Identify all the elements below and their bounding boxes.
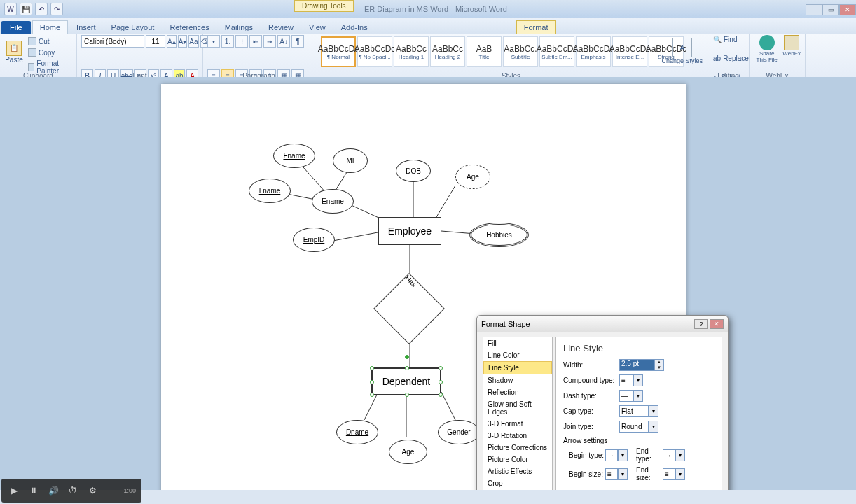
grow-font-button[interactable]: A▴ [167,35,177,48]
decrease-indent-button[interactable]: ⇤ [249,35,262,48]
style-subtitle[interactable]: AaBbCc.Subtitle [503,36,538,67]
change-case-button[interactable]: Aa [188,35,198,48]
category-reflection[interactable]: Reflection [483,386,552,398]
style-heading-2[interactable]: AaBbCcHeading 2 [430,36,465,67]
attr-lname[interactable]: Lname [249,178,291,203]
undo-icon[interactable]: ↶ [35,3,48,15]
restore-button[interactable]: ▭ [822,4,839,15]
attr-gender[interactable]: Gender [438,420,480,444]
attr-mi[interactable]: MI [333,148,368,173]
cut-button[interactable]: Cut [27,36,72,46]
style-emphasis[interactable]: AaBbCcDcEmphasis [576,36,611,67]
style-subtle-em-[interactable]: AaBbCcDcSubtle Em... [539,36,574,67]
relationship-has[interactable]: Has [384,284,434,334]
font-size-combo[interactable] [146,35,165,48]
cap-dropdown-arrow[interactable]: ▾ [649,405,658,417]
category-artistic-effects[interactable]: Artistic Effects [483,465,552,477]
attr-fname[interactable]: Fname [273,144,315,168]
paste-label: Paste [5,56,23,64]
pause-icon[interactable]: ⏸ [27,484,41,498]
category-glow-and-soft-edges[interactable]: Glow and Soft Edges [483,398,552,418]
dialog-close-icon[interactable]: ✕ [710,319,724,329]
end-type-dropdown[interactable]: → [663,449,675,461]
tab-home[interactable]: Home [32,20,68,34]
attr-dob[interactable]: DOB [396,160,431,182]
svg-line-5 [434,186,455,220]
end-size-dropdown[interactable]: ≡ [663,468,675,480]
redo-icon[interactable]: ↷ [50,3,63,15]
tab-addins[interactable]: Add-Ins [334,21,375,34]
join-dropdown[interactable]: Round [619,421,649,433]
tab-mailings[interactable]: Mailings [218,21,260,34]
change-styles-button[interactable]: A [672,38,692,57]
entity-dependent[interactable]: Dependent [371,368,441,396]
category-picture-corrections[interactable]: Picture Corrections [483,442,552,454]
numbering-button[interactable]: 1. [221,35,234,48]
attr-age-derived[interactable]: Age [455,164,490,189]
category-3-d-format[interactable]: 3-D Format [483,418,552,430]
cap-dropdown[interactable]: Flat [619,405,649,417]
play-icon[interactable]: ▶ [7,484,21,498]
save-icon[interactable]: 💾 [20,3,32,15]
playback-time: 1:00 [123,487,136,494]
replace-button[interactable]: abReplace [712,54,745,63]
tab-view[interactable]: View [302,21,333,34]
share-file-button[interactable]: Share This File [754,35,780,63]
style-heading-1[interactable]: AaBbCcHeading 1 [394,36,429,67]
category-text-box[interactable]: Text Box [483,489,552,490]
copy-button[interactable]: Copy [27,48,72,57]
tab-page-layout[interactable]: Page Layout [104,21,162,34]
style-intense-e-[interactable]: AaBbCcDcIntense E... [612,36,647,67]
begin-size-dropdown[interactable]: ≡ [605,468,618,480]
shrink-font-button[interactable]: A▾ [178,35,188,48]
attr-hobbies[interactable]: Hobbies [469,223,529,247]
style--no-spaci-[interactable]: AaBbCcDc¶ No Spaci... [357,36,392,67]
dash-dropdown[interactable]: — [619,390,633,402]
find-button[interactable]: 🔍Find [712,35,745,44]
group-clipboard: 📋 Paste Cut Copy Format Painter Clipboar… [0,34,77,82]
style-title[interactable]: AaBTitle [467,36,502,67]
begin-type-label: Begin type: [563,451,605,459]
tab-references[interactable]: References [163,21,216,34]
volume-icon[interactable]: 🔊 [46,484,60,498]
category-crop[interactable]: Crop [483,477,552,489]
font-name-combo[interactable] [81,35,144,48]
dialog-titlebar[interactable]: Format Shape ? ✕ [477,316,728,332]
compound-dropdown[interactable]: ≡ [619,374,633,386]
entity-employee[interactable]: Employee [378,217,441,245]
tab-format[interactable]: Format [516,20,556,34]
tab-file[interactable]: File [1,21,31,34]
minimize-button[interactable]: — [806,4,822,15]
close-button[interactable]: ✕ [839,4,856,15]
sort-button[interactable]: A↓ [277,35,290,48]
category-3-d-rotation[interactable]: 3-D Rotation [483,430,552,442]
attr-age[interactable]: Age [389,440,427,464]
tab-insert[interactable]: Insert [69,21,103,34]
width-spinner[interactable]: ▲▼ [654,359,664,371]
attr-dname[interactable]: Dname [336,420,378,444]
bullets-button[interactable]: • [207,35,220,48]
compound-dropdown-arrow[interactable]: ▾ [633,374,643,386]
attr-empid[interactable]: EmpID [293,227,335,252]
webex-button[interactable]: WebEx [782,35,801,63]
tab-review[interactable]: Review [261,21,301,34]
cap-label: Cap type: [563,407,619,415]
increase-indent-button[interactable]: ⇥ [263,35,276,48]
paste-button[interactable]: 📋 Paste [4,35,24,69]
begin-type-dropdown[interactable]: → [605,449,618,461]
category-line-color[interactable]: Line Color [483,349,552,361]
category-fill[interactable]: Fill [483,337,552,349]
category-line-style[interactable]: Line Style [483,361,552,374]
multilevel-button[interactable]: ⁝ [235,35,248,48]
settings-icon[interactable]: ⚙ [85,484,99,498]
style--normal[interactable]: AaBbCcDc¶ Normal [321,36,356,67]
join-dropdown-arrow[interactable]: ▾ [649,421,658,433]
category-shadow[interactable]: Shadow [483,374,552,386]
category-picture-color[interactable]: Picture Color [483,454,552,465]
show-marks-button[interactable]: ¶ [291,35,304,48]
cc-icon[interactable]: ⏱ [66,484,80,498]
width-input[interactable]: 2.5 pt [619,359,654,371]
attr-ename[interactable]: Ename [312,189,354,214]
dialog-help-button[interactable]: ? [694,319,708,329]
dash-dropdown-arrow[interactable]: ▾ [633,390,643,402]
